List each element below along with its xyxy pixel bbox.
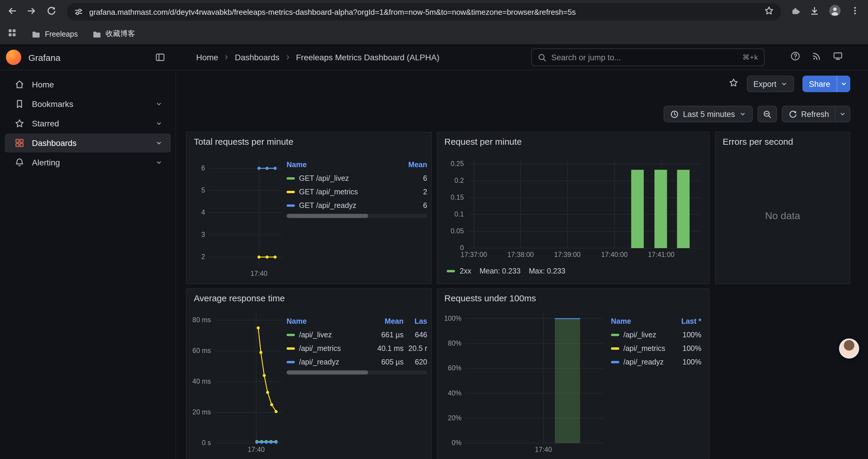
panel-title[interactable]: Requests under 100ms — [444, 293, 536, 303]
legend-row: GET /api/_readyz6 — [286, 198, 427, 212]
svg-text:5: 5 — [201, 186, 205, 194]
downloads-button[interactable] — [809, 6, 819, 18]
series-label[interactable]: /api/_livez — [611, 330, 668, 339]
series-value: 6 — [401, 201, 427, 209]
legend-header: NameLast * — [611, 315, 701, 328]
series-label[interactable]: GET /api/_metrics — [286, 188, 401, 196]
breadcrumb-home[interactable]: Home — [196, 53, 218, 62]
svg-text:0.2: 0.2 — [454, 177, 464, 184]
svg-text:0.05: 0.05 — [451, 227, 464, 235]
site-settings-icon[interactable] — [74, 7, 83, 17]
panel-title[interactable]: Request per minute — [444, 136, 522, 146]
sidebar-item-starred[interactable]: Starred — [5, 114, 171, 133]
series-label[interactable]: 2xx — [460, 267, 471, 275]
kiosk-mode-button[interactable] — [833, 51, 843, 64]
legend-col-header[interactable]: Name — [286, 161, 401, 169]
bookmark-icon — [14, 99, 25, 109]
requests-under-100ms-chart[interactable]: 0%20%40%60%80%100%17:40 — [442, 309, 608, 459]
search-icon — [538, 53, 547, 62]
sidebar-item-home[interactable]: Home — [5, 75, 171, 94]
series-label[interactable]: /api/_readyz — [286, 358, 367, 366]
series-label[interactable]: /api/_metrics — [286, 344, 367, 352]
grafana-header: Grafana Home Dashboards Freeleaps Metric… — [0, 45, 868, 70]
back-button[interactable] — [7, 6, 17, 18]
url-text[interactable]: grafana.mathmast.com/d/deytv4rwavabkb/fr… — [89, 7, 764, 16]
apps-shortcut-button[interactable] — [7, 28, 17, 40]
refresh-icon — [788, 109, 797, 119]
chevron-down-icon[interactable] — [155, 100, 162, 107]
share-dropdown[interactable] — [837, 76, 850, 92]
scrollbar-thumb[interactable] — [286, 370, 368, 374]
refresh-interval-dropdown[interactable] — [836, 106, 850, 122]
chevron-down-icon — [840, 80, 847, 88]
sidebar-item-alerting[interactable]: Alerting — [5, 153, 171, 172]
legend-col-header[interactable]: Last * — [668, 317, 701, 326]
legend-col-header[interactable]: Name — [611, 317, 668, 326]
news-button[interactable] — [811, 51, 822, 64]
chevron-down-icon[interactable] — [155, 159, 162, 166]
forward-button[interactable] — [27, 6, 37, 18]
export-button[interactable]: Export — [747, 76, 794, 92]
request-per-minute-chart[interactable]: 00.050.10.150.20.2517:37:0017:38:0017:39… — [442, 153, 706, 270]
share-button-group: Share — [802, 76, 850, 92]
share-button[interactable]: Share — [802, 76, 837, 92]
legend-row: /api/_livez100% — [611, 328, 701, 341]
series-label[interactable]: /api/_readyz — [611, 358, 668, 366]
total-requests-chart[interactable]: 2345617:40 — [191, 153, 286, 280]
mega-menu-toggle[interactable] — [155, 52, 165, 65]
legend-col-header[interactable]: Name — [286, 317, 367, 326]
panel-title[interactable]: Total requests per minute — [194, 136, 293, 146]
reload-button[interactable] — [46, 6, 56, 18]
favorite-star-button[interactable] — [728, 78, 739, 90]
grafana-logo[interactable] — [6, 50, 21, 65]
avg-response-time-chart[interactable]: 0 s20 ms40 ms60 ms80 ms17:40 — [191, 309, 286, 459]
zoom-out-button[interactable] — [757, 106, 777, 122]
extensions-button[interactable] — [790, 6, 801, 18]
legend-scrollbar[interactable] — [286, 370, 427, 374]
svg-text:0.1: 0.1 — [454, 210, 464, 218]
legend-row: GET /api/_livez6 — [286, 171, 427, 185]
refresh-label: Refresh — [801, 109, 829, 119]
refresh-button[interactable]: Refresh — [781, 106, 836, 122]
legend-col-header[interactable]: Mean — [367, 317, 404, 326]
svg-text:2: 2 — [201, 253, 205, 261]
series-value: 100% — [668, 330, 701, 339]
svg-text:20 ms: 20 ms — [192, 408, 211, 416]
help-button[interactable] — [790, 51, 801, 64]
bookmark-folder-blogs[interactable]: 收藏博客 — [92, 29, 135, 39]
chevron-down-icon[interactable] — [155, 120, 162, 127]
url-bar[interactable]: grafana.mathmast.com/d/deytv4rwavabkb/fr… — [67, 3, 781, 21]
assistant-avatar-overlay[interactable] — [839, 338, 859, 359]
sidebar-item-label: Starred — [32, 119, 59, 128]
back-icon — [7, 6, 17, 15]
sidebar-item-dashboards[interactable]: Dashboards — [5, 133, 171, 153]
series-value: 2 — [401, 188, 427, 196]
series-label[interactable]: /api/_livez — [286, 330, 367, 339]
browser-menu-button[interactable] — [850, 6, 860, 18]
legend-header: NameMeanLas — [286, 315, 427, 328]
search-placeholder: Search or jump to... — [551, 53, 742, 62]
no-data-message: No data — [716, 149, 850, 284]
series-label[interactable]: GET /api/_readyz — [286, 201, 401, 209]
series-label[interactable]: /api/_metrics — [611, 344, 668, 352]
legend-col-header[interactable]: Mean — [401, 161, 427, 169]
panel-title[interactable]: Errors per second — [723, 136, 793, 146]
panel-title[interactable]: Average response time — [194, 293, 285, 303]
legend-col-header[interactable]: Las — [404, 317, 427, 326]
breadcrumb-dashboards[interactable]: Dashboards — [235, 53, 279, 62]
scrollbar-thumb[interactable] — [286, 214, 368, 218]
series-label[interactable]: GET /api/_livez — [286, 174, 401, 182]
chevron-down-icon[interactable] — [155, 139, 162, 146]
time-range-picker[interactable]: Last 5 minutes — [663, 106, 753, 122]
refresh-button-group: Refresh — [781, 106, 850, 122]
bookmark-folder-freeleaps[interactable]: Freeleaps — [31, 29, 78, 39]
chevron-down-icon — [839, 110, 846, 118]
sidebar-item-bookmarks[interactable]: Bookmarks — [5, 95, 171, 113]
legend-scrollbar[interactable] — [286, 214, 427, 218]
bookmark-page-button[interactable] — [764, 6, 774, 18]
forward-icon — [27, 6, 37, 15]
profile-button[interactable] — [829, 4, 841, 20]
search-input[interactable]: Search or jump to... ⌘+k — [531, 48, 765, 66]
svg-text:40 ms: 40 ms — [192, 378, 211, 385]
sidebar-item-label: Home — [32, 80, 54, 89]
